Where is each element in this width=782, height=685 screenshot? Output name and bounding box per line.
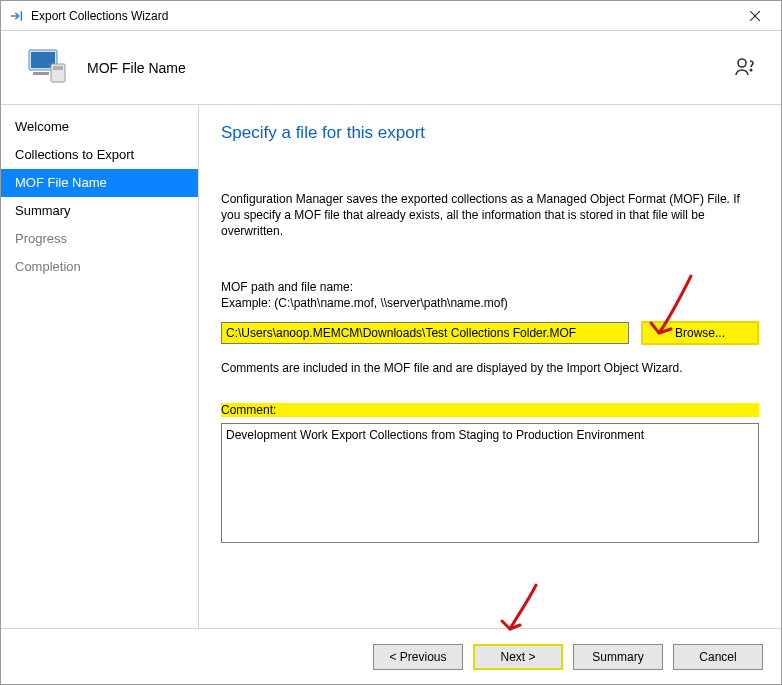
computer-icon xyxy=(23,44,71,92)
sidebar-item-completion[interactable]: Completion xyxy=(1,253,198,281)
sidebar-item-label: Progress xyxy=(15,231,67,246)
cancel-button[interactable]: Cancel xyxy=(673,644,763,670)
sidebar-item-label: Completion xyxy=(15,259,81,274)
sidebar-item-collections-to-export[interactable]: Collections to Export xyxy=(1,141,198,169)
main-panel: Specify a file for this export Configura… xyxy=(199,105,781,628)
wizard-header: MOF File Name xyxy=(1,31,781,105)
sidebar-item-summary[interactable]: Summary xyxy=(1,197,198,225)
comments-note: Comments are included in the MOF file an… xyxy=(221,361,759,375)
window-title: Export Collections Wizard xyxy=(31,9,735,23)
sidebar-item-progress[interactable]: Progress xyxy=(1,225,198,253)
path-label: MOF path and file name: xyxy=(221,279,759,295)
svg-point-7 xyxy=(738,59,746,67)
titlebar: Export Collections Wizard xyxy=(1,1,781,31)
close-button[interactable] xyxy=(735,2,775,30)
wizard-body: Welcome Collections to Export MOF File N… xyxy=(1,105,781,628)
sidebar-item-label: Collections to Export xyxy=(15,147,134,162)
summary-button[interactable]: Summary xyxy=(573,644,663,670)
sidebar-item-label: Welcome xyxy=(15,119,69,134)
comment-label: Comment: xyxy=(221,403,759,417)
previous-button[interactable]: < Previous xyxy=(373,644,463,670)
sidebar-item-welcome[interactable]: Welcome xyxy=(1,113,198,141)
sidebar-item-label: Summary xyxy=(15,203,71,218)
path-example: Example: (C:\path\name.mof, \\server\pat… xyxy=(221,295,759,311)
wizard-window: Export Collections Wizard MOF File Name xyxy=(0,0,782,685)
export-icon xyxy=(7,7,25,25)
sidebar-item-label: MOF File Name xyxy=(15,175,107,190)
next-button[interactable]: Next > xyxy=(473,644,563,670)
description-text: Configuration Manager saves the exported… xyxy=(221,191,759,239)
main-heading: Specify a file for this export xyxy=(221,123,759,143)
page-title: MOF File Name xyxy=(87,60,186,76)
help-icon[interactable] xyxy=(733,55,759,81)
mof-path-input[interactable] xyxy=(221,322,629,344)
svg-point-8 xyxy=(750,69,751,70)
sidebar-item-mof-file-name[interactable]: MOF File Name xyxy=(1,169,198,197)
sidebar: Welcome Collections to Export MOF File N… xyxy=(1,105,199,628)
svg-rect-5 xyxy=(53,66,63,70)
wizard-footer: < Previous Next > Summary Cancel xyxy=(1,628,781,684)
browse-button[interactable]: Browse... xyxy=(641,321,759,345)
svg-rect-6 xyxy=(33,72,49,75)
comment-textarea[interactable] xyxy=(221,423,759,543)
path-row: Browse... xyxy=(221,321,759,345)
